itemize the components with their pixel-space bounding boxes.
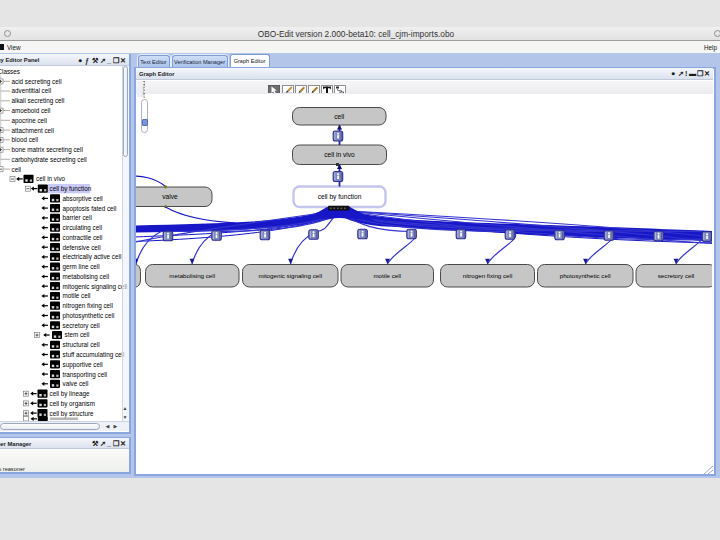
svg-text:photosynthetic cell: photosynthetic cell [63,312,115,320]
svg-text:secretory cell: secretory cell [658,272,694,279]
svg-text:electrically active cell: electrically active cell [63,253,122,261]
svg-text:attachment cell: attachment cell [12,127,54,134]
svg-text:apocrine cell: apocrine cell [12,117,47,125]
svg-text:cell by structure: cell by structure [50,410,95,418]
svg-text:cell by lineage: cell by lineage [50,390,90,398]
svg-text:PROCESS: PROCESS [142,81,145,98]
svg-text:barrier cell: barrier cell [63,214,92,221]
svg-text:motile cell: motile cell [373,272,401,279]
svg-text:cell by organism: cell by organism [50,400,96,408]
svg-text:secretory cell: secretory cell [63,322,100,330]
svg-text:mitogenic signaling cell: mitogenic signaling cell [258,272,322,279]
svg-text:contractile cell: contractile cell [63,234,103,241]
svg-text:valve cell: valve cell [63,380,89,387]
svg-text:cell in vivo: cell in vivo [36,175,66,182]
svg-text:germ line cell: germ line cell [63,263,100,271]
svg-text:carbohydrate secreting cell: carbohydrate secreting cell [12,156,87,164]
svg-text:cell by function: cell by function [50,185,92,193]
svg-text:structural cell: structural cell [63,341,100,348]
svg-text:cell: cell [334,113,344,120]
svg-text:nitrogen fixing cell: nitrogen fixing cell [63,302,113,310]
svg-text:absorptive cell: absorptive cell [63,195,103,203]
svg-text:cell: cell [12,166,21,173]
svg-text:cell in vivo: cell in vivo [324,151,355,158]
svg-text:acid secreting cell: acid secreting cell [12,78,62,86]
svg-text:photosynthetic cell: photosynthetic cell [560,272,611,279]
svg-text:amoeboid cell: amoeboid cell [12,107,51,114]
svg-text:blood cell: blood cell [12,136,39,143]
svg-text:Classes: Classes [0,68,20,75]
svg-text:apoptosis fated cell: apoptosis fated cell [63,205,117,213]
svg-text:circulating cell: circulating cell [63,224,103,232]
svg-text:metabolising cell: metabolising cell [169,272,215,279]
svg-text:bone matrix secreting cell: bone matrix secreting cell [12,146,83,154]
svg-text:metabolising cell: metabolising cell [63,273,110,281]
svg-text:stuff accumulating cell: stuff accumulating cell [63,351,125,359]
svg-text:mitogenic signaling cell: mitogenic signaling cell [63,283,128,291]
svg-text:defensive cell: defensive cell [63,244,101,251]
svg-text:transporting cell: transporting cell [63,371,107,379]
svg-text:adventitial cell: adventitial cell [12,87,52,94]
svg-text:valve: valve [162,193,178,200]
svg-text:supportive cell: supportive cell [63,361,103,369]
svg-text:alkali secreting cell: alkali secreting cell [12,97,65,105]
svg-text:nitrogen fixing cell: nitrogen fixing cell [463,272,513,279]
svg-text:cell by function: cell by function [318,193,362,201]
svg-text:stem cell: stem cell [65,331,90,338]
svg-text:motile cell: motile cell [63,292,91,299]
